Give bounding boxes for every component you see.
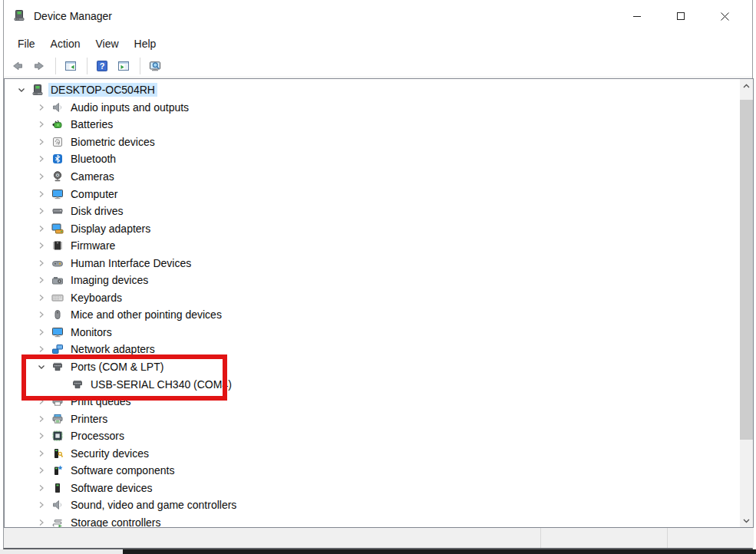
tree-item-processors[interactable]: Processors: [5, 427, 740, 445]
background-dark-strip: [123, 549, 756, 554]
display-adapter-icon: [51, 223, 64, 235]
tree-item-security-devices[interactable]: Security devices: [5, 444, 740, 462]
chevron-collapsed-icon[interactable]: [35, 170, 48, 183]
minimize-button[interactable]: [619, 3, 655, 29]
tree-item-cameras[interactable]: Cameras: [5, 168, 740, 186]
tree-item-label: Mice and other pointing devices: [68, 308, 224, 322]
maximize-icon: [676, 12, 685, 21]
tree-item-usb-serial-ch340-com4[interactable]: USB-SERIAL CH340 (COM4): [5, 375, 740, 393]
chevron-collapsed-icon[interactable]: [35, 326, 48, 338]
title-bar: Device Manager: [4, 0, 752, 32]
toolbar-help-button[interactable]: ?: [92, 56, 111, 75]
tree-item-storage-controllers[interactable]: Storage controllers: [5, 514, 740, 527]
tree-item-ports-com-lpt[interactable]: Ports (COM & LPT): [5, 358, 740, 376]
chevron-collapsed-icon[interactable]: [35, 430, 48, 442]
tree-item-software-devices[interactable]: Software devices: [5, 480, 740, 497]
chevron-collapsed-icon[interactable]: [35, 464, 48, 477]
tree-item-imaging-devices[interactable]: Imaging devices: [5, 272, 740, 289]
chevron-collapsed-icon[interactable]: [35, 413, 48, 425]
toolbar-scan-for-hardware-changes-button[interactable]: [145, 56, 164, 75]
chevron-collapsed-icon[interactable]: [35, 223, 48, 235]
statusbar-panel: [541, 528, 667, 548]
tree-item-human-interface-devices[interactable]: Human Interface Devices: [5, 254, 740, 272]
chevron-collapsed-icon[interactable]: [35, 395, 48, 407]
tree-item-bluetooth[interactable]: Bluetooth: [5, 150, 740, 168]
chevron-expanded-icon[interactable]: [15, 84, 28, 96]
chevron-collapsed-icon[interactable]: [35, 447, 48, 460]
menu-view[interactable]: View: [87, 35, 126, 52]
chevron-collapsed-icon[interactable]: [35, 205, 48, 217]
tree-item-firmware[interactable]: Firmware: [5, 237, 740, 255]
toolbar-show-console-tree-button[interactable]: [61, 56, 80, 75]
fingerprint-icon: [51, 136, 64, 148]
tree-item-label: DESKTOP-OC504RH: [48, 83, 157, 97]
tree-item-audio-inputs-and-outputs[interactable]: Audio inputs and outputs: [5, 99, 740, 117]
scroll-down-button[interactable]: [740, 514, 753, 527]
firmware-chip-icon: [51, 239, 64, 252]
tree-item-monitors[interactable]: Monitors: [5, 324, 740, 341]
chevron-collapsed-icon[interactable]: [35, 257, 48, 269]
status-bar: [4, 528, 754, 548]
computer-tree-icon: [31, 84, 44, 96]
tree-item-batteries[interactable]: Batteries: [5, 116, 740, 134]
chevron-collapsed-icon[interactable]: [35, 239, 48, 252]
chevron-collapsed-icon[interactable]: [35, 482, 48, 494]
tree-item-label: Keyboards: [68, 291, 124, 305]
chevron-collapsed-icon[interactable]: [35, 516, 48, 527]
twisty-spacer: [55, 378, 68, 391]
scrollbar-thumb[interactable]: [740, 100, 753, 440]
tree-item-print-queues[interactable]: Print queues: [5, 393, 740, 411]
vertical-scrollbar[interactable]: [740, 79, 753, 527]
menu-action[interactable]: Action: [43, 35, 88, 52]
tree-item-display-adapters[interactable]: Display adapters: [5, 219, 740, 237]
chevron-collapsed-icon[interactable]: [35, 292, 48, 304]
chevron-collapsed-icon[interactable]: [35, 118, 48, 130]
tree-item-network-adapters[interactable]: Network adapters: [5, 341, 740, 358]
speaker-icon: [51, 101, 64, 114]
bluetooth-icon: [51, 153, 64, 165]
menu-help[interactable]: Help: [127, 35, 164, 52]
chevron-collapsed-icon[interactable]: [35, 274, 48, 286]
speaker-icon: [51, 499, 64, 511]
tree-item-disk-drives[interactable]: Disk drives: [5, 203, 740, 220]
tree-item-software-components[interactable]: Software components: [5, 462, 740, 480]
toolbar-forward-button[interactable]: [29, 56, 48, 75]
toolbar-show-action-pane-button[interactable]: [114, 56, 133, 75]
chevron-collapsed-icon[interactable]: [35, 153, 48, 165]
tree-item-sound-video-and-game-controllers[interactable]: Sound, video and game controllers: [5, 496, 740, 514]
forward-icon: [33, 60, 45, 72]
storage-controller-icon: [51, 516, 64, 527]
tree-item-mice-and-other-pointing-devices[interactable]: Mice and other pointing devices: [5, 306, 740, 324]
tree-item-label: Imaging devices: [68, 273, 150, 287]
processor-icon: [51, 430, 64, 442]
tree-item-desktop-oc504rh[interactable]: DESKTOP-OC504RH: [5, 81, 740, 99]
chevron-collapsed-icon[interactable]: [35, 499, 48, 511]
printer-icon: [51, 413, 64, 425]
action-pane-icon: [117, 60, 130, 72]
tree-item-computer[interactable]: Computer: [5, 185, 740, 203]
tree-item-label: Security devices: [68, 447, 151, 460]
menu-file[interactable]: File: [10, 35, 43, 52]
print-queue-icon: [51, 395, 64, 407]
svg-text:?: ?: [99, 61, 104, 71]
minimize-icon: [632, 12, 642, 21]
chevron-collapsed-icon[interactable]: [35, 188, 48, 200]
chevron-collapsed-icon[interactable]: [35, 343, 48, 355]
chevron-collapsed-icon[interactable]: [35, 101, 48, 114]
tree-item-printers[interactable]: Printers: [5, 410, 740, 427]
statusbar-panel: [668, 528, 754, 548]
maximize-button[interactable]: [663, 3, 698, 29]
close-button[interactable]: [707, 3, 742, 29]
security-key-icon: [51, 447, 64, 460]
chevron-collapsed-icon[interactable]: [35, 308, 48, 321]
chevron-expanded-icon[interactable]: [35, 361, 48, 373]
serial-port-icon: [71, 378, 84, 391]
back-icon: [12, 60, 24, 72]
tree-item-label: Monitors: [68, 325, 114, 339]
tree-item-biometric-devices[interactable]: Biometric devices: [5, 134, 740, 151]
scroll-up-button[interactable]: [740, 79, 753, 92]
tree-item-keyboards[interactable]: Keyboards: [5, 289, 740, 307]
webcam-icon: [51, 170, 64, 183]
chevron-collapsed-icon[interactable]: [35, 136, 48, 148]
toolbar-back-button[interactable]: [8, 56, 27, 75]
